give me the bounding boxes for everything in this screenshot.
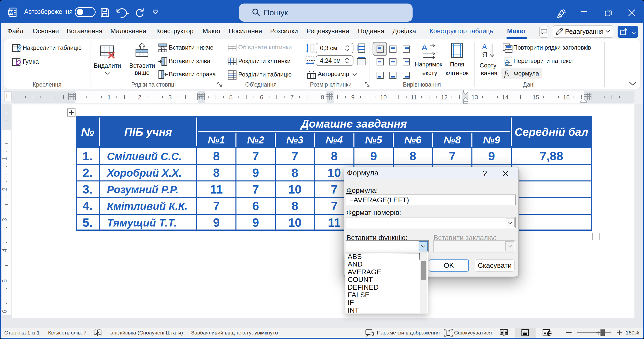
svg-text:6: 6 [260, 94, 263, 101]
svg-text:Сміливий С.С.: Сміливий С.С. [107, 150, 182, 162]
svg-text:№9: №9 [483, 134, 500, 145]
svg-text:8: 8 [213, 149, 220, 163]
svg-text:2.: 2. [83, 166, 93, 179]
svg-text:А: А [482, 43, 487, 51]
svg-text:4.: 4. [83, 199, 93, 213]
svg-text:4: 4 [1, 248, 8, 252]
svg-text:2: 2 [138, 94, 141, 101]
svg-text:12: 12 [441, 94, 448, 101]
svg-text:7,88: 7,88 [540, 149, 563, 163]
svg-text:9: 9 [213, 216, 220, 229]
svg-text:9: 9 [370, 149, 377, 163]
svg-text:№4: №4 [326, 134, 343, 145]
svg-text:№: № [81, 126, 94, 139]
svg-text:5.: 5. [83, 216, 93, 229]
svg-text:9: 9 [252, 216, 259, 229]
svg-text:7: 7 [290, 94, 294, 101]
svg-text:11: 11 [328, 216, 341, 229]
svg-text:3: 3 [168, 94, 172, 101]
svg-text:11: 11 [210, 183, 223, 196]
svg-text:9: 9 [488, 149, 495, 163]
svg-text:7: 7 [252, 183, 259, 196]
svg-text:Хоробрий Х.Х.: Хоробрий Х.Х. [106, 167, 182, 179]
svg-text:10: 10 [380, 94, 387, 101]
svg-text:Середній бал: Середній бал [515, 126, 588, 138]
svg-text:A: A [422, 43, 427, 52]
svg-text:5: 5 [229, 94, 232, 101]
svg-text:3.: 3. [83, 183, 93, 196]
svg-text:7: 7 [331, 199, 338, 213]
svg-text:Розумний Р.Р.: Розумний Р.Р. [107, 184, 179, 196]
svg-text:15: 15 [533, 94, 539, 101]
svg-text:6: 6 [1, 310, 8, 313]
svg-text:11: 11 [411, 94, 417, 101]
svg-text:8: 8 [410, 149, 416, 163]
svg-text:13: 13 [471, 94, 478, 101]
svg-text:2: 2 [1, 187, 8, 191]
svg-text:8: 8 [331, 149, 338, 163]
svg-text:Тямущий Т.Т.: Тямущий Т.Т. [107, 217, 177, 229]
svg-text:7: 7 [213, 199, 220, 213]
svg-text:16: 16 [563, 94, 570, 101]
svg-text:5: 5 [1, 279, 8, 282]
svg-text:10: 10 [328, 166, 341, 179]
svg-text:9: 9 [252, 166, 259, 179]
svg-text:Домашнє завдання: Домашнє завдання [300, 118, 407, 130]
svg-text:8: 8 [321, 94, 324, 101]
svg-text:3: 3 [1, 218, 8, 221]
svg-text:Кмітливий К.К.: Кмітливий К.К. [107, 200, 187, 212]
svg-text:7: 7 [331, 183, 338, 196]
svg-text:ПІБ учня: ПІБ учня [124, 126, 172, 138]
svg-text:14: 14 [502, 94, 509, 101]
svg-text:10: 10 [288, 216, 301, 229]
svg-text:9: 9 [351, 94, 354, 101]
svg-text:Я: Я [482, 51, 488, 59]
svg-text:1: 1 [1, 157, 8, 160]
svg-text:1.: 1. [83, 149, 93, 163]
svg-text:№1: №1 [208, 134, 225, 145]
svg-text:7: 7 [292, 149, 298, 163]
svg-text:10: 10 [288, 183, 301, 196]
svg-text:1: 1 [107, 94, 111, 101]
svg-text:8: 8 [292, 166, 298, 179]
svg-text:6: 6 [252, 199, 259, 213]
svg-text:7: 7 [449, 149, 456, 163]
svg-text:8: 8 [292, 199, 298, 213]
svg-text:№8: №8 [444, 134, 461, 145]
svg-text:7: 7 [252, 149, 259, 163]
svg-text:№5: №5 [365, 134, 382, 145]
svg-text:№6: №6 [404, 134, 422, 145]
svg-text:8: 8 [213, 166, 220, 179]
svg-text:№3: №3 [286, 134, 303, 145]
svg-text:4: 4 [199, 94, 202, 101]
svg-text:№2: №2 [247, 134, 264, 145]
